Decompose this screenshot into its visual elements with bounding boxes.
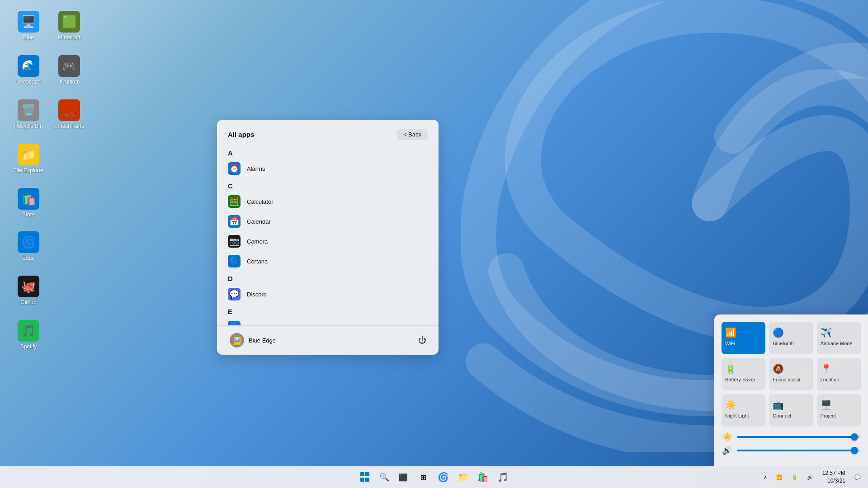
- desktop-icon-edge[interactable]: 🌀 Edge: [8, 229, 49, 264]
- desktop-icon-krunker[interactable]: 🎮 Krunker: [49, 52, 90, 88]
- start-menu-footer: 🖼️ Blue Edge ⏻: [217, 325, 439, 355]
- icon-label-recycle-bin: Recycle Bin: [14, 123, 42, 129]
- desktop-icon-smash-karts[interactable]: 🏎️ Smash karts: [49, 97, 90, 132]
- qs-tile-icon-connect: 📺: [773, 399, 784, 410]
- qs-tile-night-light[interactable]: ☀️ Night Light: [722, 394, 765, 427]
- qs-tile-wifi[interactable]: 📶 WiFi: [722, 322, 765, 354]
- app-icon-discord: 💬: [228, 288, 241, 300]
- section-letter-C: C: [221, 178, 435, 192]
- app-name-calculator: Calculator: [247, 198, 274, 205]
- qs-slider-icon-brightness: ☀️: [722, 432, 732, 442]
- desktop-icon-spotify[interactable]: 🎵 Spotify: [8, 317, 49, 352]
- taskbar-tray: ∧ 📶 🔋 🔊 12:57 PM 10/3/21 💬: [760, 469, 864, 486]
- icon-label-unescape: Unescape: [16, 79, 41, 85]
- quick-settings-grid: 📶 WiFi 🔵 Bluetooth ✈️ Airplane Mode 🔋 Ba…: [722, 322, 861, 427]
- task-view-button[interactable]: ⬛: [394, 468, 412, 486]
- widgets-button[interactable]: ⊞: [414, 468, 432, 486]
- icon-image-store: 🛍️: [18, 188, 39, 210]
- search-button[interactable]: 🔍: [376, 469, 392, 485]
- taskbar-center-icons: 🔍 ⬛ ⊞ 🌀 📁 🛍️ 🎵: [356, 468, 512, 486]
- qs-tile-battery-saver[interactable]: 🔋 Battery Saver: [722, 358, 765, 390]
- icon-image-unescape: 🌊: [18, 55, 39, 77]
- qs-tile-label-bluetooth: Bluetooth: [773, 341, 793, 346]
- qs-tile-airplane[interactable]: ✈️ Airplane Mode: [817, 322, 861, 354]
- desktop-icon-github[interactable]: 🐙 Github: [8, 273, 49, 308]
- store-taskbar-icon[interactable]: 🛍️: [474, 468, 492, 486]
- qs-tile-focus-assist[interactable]: 🔕 Focus assist: [769, 358, 813, 390]
- qs-tile-icon-bluetooth: 🔵: [773, 327, 784, 338]
- qs-tile-label-connect: Connect: [773, 413, 791, 418]
- app-name-alarms: Alarms: [247, 165, 265, 172]
- desktop-icon-unescape[interactable]: 🌊 Unescape: [8, 52, 49, 88]
- qs-tile-icon-focus-assist: 🔕: [773, 363, 784, 374]
- app-item-discord[interactable]: 💬 Discord: [221, 284, 435, 304]
- qs-slider-brightness[interactable]: [737, 436, 861, 438]
- qs-tile-location[interactable]: 📍 Location: [817, 358, 861, 390]
- qs-tile-icon-location: 📍: [821, 363, 832, 374]
- icon-label-blue: Blue: [23, 34, 34, 41]
- app-item-camera[interactable]: 📷 Camera: [221, 231, 435, 251]
- desktop-icon-store[interactable]: 🛍️ Store: [8, 185, 49, 221]
- desktop-icon-file-explorer[interactable]: 📁 File Explorer: [8, 141, 49, 176]
- app-item-alarms[interactable]: ⏰ Alarms: [221, 159, 435, 178]
- apps-list[interactable]: A ⏰ Alarms C 🧮 Calculator 📅 Calendar 📷 C…: [217, 145, 439, 325]
- icon-label-krunker: Krunker: [60, 79, 79, 85]
- qs-slider-row-brightness: ☀️: [722, 432, 861, 442]
- desktop: 🖥️ Blue 🟩 Minecraft 🌊 Unescape 🎮 Krunker…: [0, 0, 868, 488]
- qs-tile-icon-battery-saver: 🔋: [725, 363, 736, 374]
- desktop-icon-recycle-bin[interactable]: 🗑️ Recycle Bin: [8, 97, 49, 132]
- app-item-calculator[interactable]: 🧮 Calculator: [221, 192, 435, 211]
- section-letter-D: D: [221, 271, 435, 284]
- app-icon-cortana: 🔵: [228, 255, 241, 267]
- app-item-cortana[interactable]: 🔵 Cortana: [221, 251, 435, 271]
- clock-time: 12:57 PM: [822, 469, 845, 477]
- wifi-tray-icon[interactable]: 📶: [773, 473, 786, 482]
- icon-image-krunker: 🎮: [58, 55, 80, 77]
- clock-date: 10/3/21: [822, 477, 845, 485]
- app-name-calendar: Calendar: [247, 218, 271, 225]
- edge-taskbar-icon[interactable]: 🌀: [434, 468, 452, 486]
- desktop-icon-minecraft[interactable]: 🟩 Minecraft: [49, 8, 90, 43]
- qs-tile-icon-wifi: 📶: [725, 327, 736, 338]
- icon-label-store: Store: [22, 211, 35, 218]
- qs-tile-bluetooth[interactable]: 🔵 Bluetooth: [769, 322, 813, 354]
- quick-settings-panel: 📶 WiFi 🔵 Bluetooth ✈️ Airplane Mode 🔋 Ba…: [714, 314, 868, 466]
- user-profile[interactable]: 🖼️ Blue Edge: [226, 331, 279, 349]
- qs-tile-label-wifi: WiFi: [725, 341, 735, 346]
- icon-label-github: Github: [20, 299, 36, 305]
- app-icon-calculator: 🧮: [228, 195, 241, 208]
- start-menu-header: All apps < Back: [217, 120, 439, 145]
- qs-tile-label-battery-saver: Battery Saver: [725, 377, 755, 382]
- sound-tray-icon[interactable]: 🔊: [803, 473, 817, 482]
- notification-center[interactable]: 💬: [851, 473, 864, 482]
- icon-label-file-explorer: File Explorer: [13, 167, 43, 174]
- start-button[interactable]: [356, 468, 374, 486]
- icon-image-recycle-bin: 🗑️: [18, 99, 39, 121]
- qs-tile-label-night-light: Night Light: [725, 413, 749, 418]
- back-button[interactable]: < Back: [397, 129, 428, 140]
- qs-slider-volume[interactable]: [737, 450, 861, 451]
- system-clock[interactable]: 12:57 PM 10/3/21: [819, 469, 849, 486]
- spotify-taskbar-icon[interactable]: 🎵: [494, 468, 512, 486]
- app-icon-alarms: ⏰: [228, 162, 241, 175]
- desktop-icon-blue[interactable]: 🖥️ Blue: [8, 8, 49, 43]
- qs-tile-icon-airplane: ✈️: [821, 327, 832, 338]
- tray-overflow[interactable]: ∧: [760, 473, 771, 482]
- app-icon-calendar: 📅: [228, 215, 241, 228]
- qs-slider-thumb-volume: [851, 447, 858, 454]
- qs-tile-label-focus-assist: Focus assist: [773, 377, 800, 382]
- icon-label-spotify: Spotify: [20, 343, 37, 350]
- icon-image-minecraft: 🟩: [58, 11, 80, 33]
- power-button[interactable]: ⏻: [415, 333, 429, 347]
- qs-tile-connect[interactable]: 📺 Connect: [769, 394, 813, 427]
- app-item-calendar[interactable]: 📅 Calendar: [221, 211, 435, 231]
- app-name-cortana: Cortana: [247, 258, 268, 265]
- icon-image-spotify: 🎵: [18, 320, 39, 342]
- icon-image-smash-karts: 🏎️: [58, 99, 80, 121]
- qs-tile-label-project: Project: [821, 413, 836, 418]
- app-item-edge[interactable]: 🌀 Edge: [221, 317, 435, 325]
- battery-tray-icon[interactable]: 🔋: [788, 473, 802, 482]
- file-explorer-taskbar-icon[interactable]: 📁: [454, 468, 472, 486]
- qs-tile-project[interactable]: 🖥️ Project: [817, 394, 861, 427]
- section-letter-E: E: [221, 304, 435, 317]
